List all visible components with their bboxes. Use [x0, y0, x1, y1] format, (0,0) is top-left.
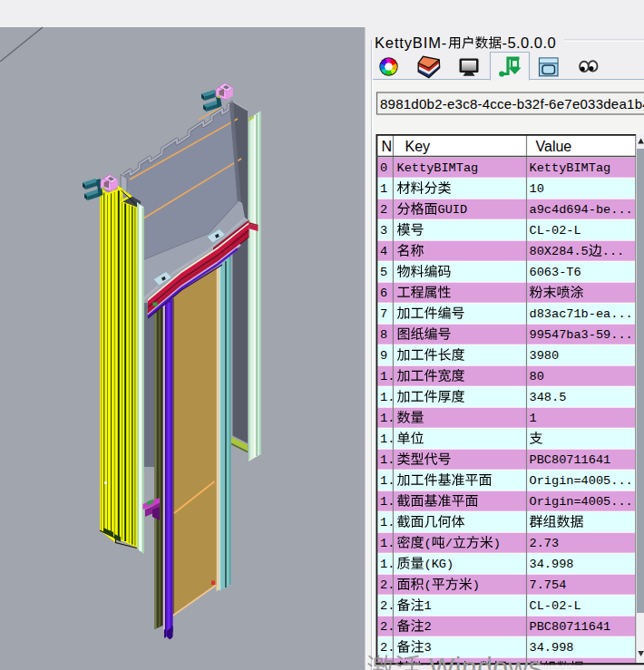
svg-text:7.754: 7.754 [530, 578, 567, 592]
svg-text:1: 1 [380, 182, 387, 196]
svg-text:10: 10 [530, 182, 544, 196]
svg-text:80: 80 [530, 370, 544, 384]
svg-text:(KG): (KG) [424, 558, 454, 571]
svg-text:7: 7 [380, 307, 387, 321]
svg-text:(: ( [424, 578, 432, 592]
svg-text:CL-02-L: CL-02-L [530, 599, 581, 613]
svg-text:1: 1 [424, 599, 432, 613]
svg-text:6: 6 [380, 286, 387, 300]
svg-text:PBC80711641: PBC80711641 [530, 453, 611, 467]
svg-text:34.998: 34.998 [530, 558, 574, 571]
svg-text:1: 1 [530, 412, 537, 425]
svg-text:8981d0b2-e3c8-4cce-b32f-6e7e03: 8981d0b2-e3c8-4cce-b32f-6e7e033dea1b4 [380, 96, 644, 112]
svg-text:2: 2 [424, 620, 432, 634]
svg-text:0: 0 [380, 161, 387, 175]
svg-text:(: ( [424, 537, 432, 550]
svg-text:KettyBIMTag: KettyBIMTag [397, 161, 479, 175]
svg-text:N: N [382, 139, 393, 154]
svg-text:d83ac71b-ea...: d83ac71b-ea... [530, 307, 633, 321]
svg-text:5: 5 [380, 266, 387, 279]
svg-text:99547ba3-59...: 99547ba3-59... [530, 328, 633, 342]
svg-text:-5.0.0.0: -5.0.0.0 [503, 34, 557, 51]
svg-text:...: ... [602, 245, 624, 258]
svg-text:4: 4 [380, 245, 387, 258]
svg-text:/: / [445, 537, 453, 550]
svg-text:): ) [493, 537, 501, 550]
svg-text:8: 8 [380, 328, 387, 342]
svg-text:KettyBIMTag: KettyBIMTag [530, 161, 611, 175]
svg-text:348.5: 348.5 [530, 391, 567, 404]
svg-text:Value: Value [536, 139, 572, 154]
svg-text:Origin=4005...: Origin=4005... [530, 495, 633, 509]
svg-text:a9c4d694-be...: a9c4d694-be... [530, 203, 633, 217]
svg-text:PBC80711641: PBC80711641 [530, 620, 611, 634]
svg-text:80X284.5: 80X284.5 [530, 245, 589, 258]
svg-text:Key: Key [405, 139, 431, 154]
svg-text:6063-T6: 6063-T6 [530, 266, 581, 279]
svg-text:Windows: Windows [429, 652, 542, 670]
svg-text:GUID: GUID [438, 203, 468, 217]
svg-text:): ) [473, 578, 480, 592]
svg-text:3980: 3980 [530, 349, 560, 363]
svg-text:2.73: 2.73 [530, 537, 560, 550]
svg-text:3: 3 [380, 224, 387, 238]
svg-text:2: 2 [380, 203, 387, 217]
svg-text:9: 9 [380, 349, 387, 363]
svg-text:CL-02-L: CL-02-L [530, 224, 581, 238]
svg-text:KettyBIM-: KettyBIM- [375, 34, 447, 51]
svg-text:Origin=4005...: Origin=4005... [530, 474, 633, 488]
